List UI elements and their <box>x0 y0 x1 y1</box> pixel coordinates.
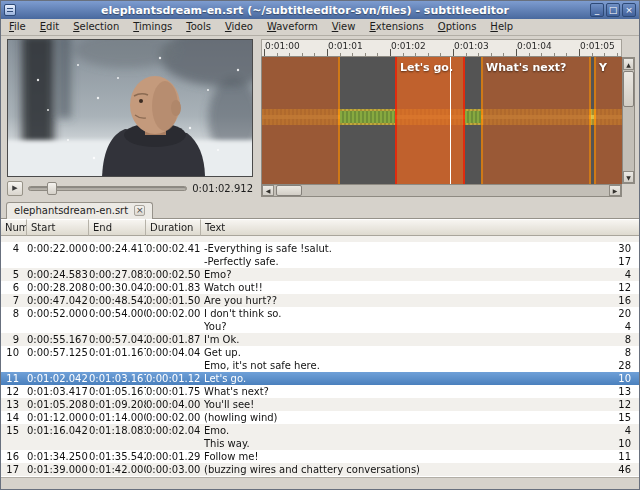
table-row[interactable]: 160:01:34.2500:01:35.5420:00:01.292Follo… <box>1 450 639 463</box>
top-area: ▶ 0:01:02.912 0:01:000:01:010:01:020:01:… <box>1 36 639 199</box>
cell-duration: 0:00:03.000 <box>146 463 201 476</box>
close-button[interactable]: × <box>622 3 636 17</box>
window-title: elephantsdream-en.srt (~/subtitleeditor-… <box>20 4 590 17</box>
cell-start: 0:00:52.000 <box>27 307 89 333</box>
tab-close-icon[interactable]: × <box>134 205 145 216</box>
subtitle-region[interactable] <box>261 57 340 184</box>
column-header-num[interactable]: Num <box>1 219 27 236</box>
table-row[interactable]: 170:01:39.0000:01:42.0000:00:03.000(buzz… <box>1 463 639 476</box>
cell-end: 0:01:03.167 <box>89 372 146 385</box>
table-row[interactable]: 40:00:22.0000:00:24.4170:00:02.417-Every… <box>1 242 639 268</box>
cpl-value: 12 <box>607 398 631 411</box>
column-header-start[interactable]: Start <box>27 219 89 236</box>
menu-help[interactable]: Help <box>483 19 520 35</box>
table-row[interactable]: 80:00:52.0000:00:54.0000:00:02.000I don'… <box>1 307 639 333</box>
cell-chars-per-line: 204 <box>607 307 639 333</box>
cpl-value: 28 <box>607 359 631 372</box>
seek-handle[interactable] <box>47 182 57 195</box>
cell-duration: 0:00:01.875 <box>146 333 201 346</box>
maximize-button[interactable]: □ <box>606 3 620 17</box>
cell-end: 0:01:01.167 <box>89 346 146 372</box>
scroll-down-icon[interactable]: ▼ <box>623 171 634 183</box>
cell-text: You'll see! <box>201 398 607 411</box>
cell-num: 16 <box>1 450 27 463</box>
play-button[interactable]: ▶ <box>7 181 23 196</box>
cell-chars-per-line: 11 <box>607 450 639 463</box>
cell-num: 5 <box>1 268 27 281</box>
titlebar[interactable]: elephantsdream-en.srt (~/subtitleeditor-… <box>1 1 639 19</box>
hscroll-trough[interactable] <box>274 185 609 196</box>
subtitle-region-label: Let's go. <box>400 61 453 74</box>
subtitle-line: I'm Ok. <box>204 333 607 346</box>
menu-tools[interactable]: Tools <box>179 19 218 35</box>
cell-text: Get up.Emo, it's not safe here. <box>201 346 607 372</box>
subtitle-line: What's next? <box>204 385 607 398</box>
ruler-tick-label: 0:01:02 <box>391 41 426 51</box>
table-row[interactable]: 90:00:55.1670:00:57.0420:00:01.875I'm Ok… <box>1 333 639 346</box>
app-window: elephantsdream-en.srt (~/subtitleeditor-… <box>0 0 640 490</box>
column-header-text[interactable]: Text <box>201 219 639 236</box>
cpl-value: 4 <box>607 320 631 333</box>
menu-view[interactable]: View <box>325 19 363 35</box>
cell-start: 0:00:24.583 <box>27 268 89 281</box>
cell-num: 7 <box>1 294 27 307</box>
subtitle-region[interactable] <box>481 57 591 184</box>
tab-elephantsdream-en-srt[interactable]: elephantsdream-en.srt × <box>6 202 153 219</box>
cell-duration: 0:00:02.500 <box>146 268 201 281</box>
menu-waveform[interactable]: Waveform <box>260 19 325 35</box>
menu-edit[interactable]: Edit <box>33 19 66 35</box>
cell-end: 0:01:05.167 <box>89 385 146 398</box>
cell-end: 0:01:09.208 <box>89 398 146 411</box>
cell-start: 0:01:03.417 <box>27 385 89 398</box>
column-header-duration[interactable]: Duration <box>146 219 201 236</box>
scroll-left-icon[interactable]: ◀ <box>262 185 274 196</box>
scroll-right-icon[interactable]: ▶ <box>609 185 621 196</box>
table-row[interactable]: 50:00:24.5830:00:27.0830:00:02.500Emo?4 <box>1 268 639 281</box>
vscroll-trough[interactable] <box>623 70 634 171</box>
table-row[interactable]: 120:01:03.4170:01:05.1670:00:01.750What'… <box>1 385 639 398</box>
playhead-line[interactable] <box>450 57 451 184</box>
column-header-end[interactable]: End <box>89 219 146 236</box>
subtitle-line: Emo? <box>204 268 607 281</box>
minimize-button[interactable]: _ <box>590 3 604 17</box>
waveform-ruler[interactable]: 0:01:000:01:010:01:020:01:030:01:040:01:… <box>261 39 622 57</box>
table-row[interactable]: 140:01:12.0000:01:14.0000:00:02.000(howl… <box>1 411 639 424</box>
menu-extensions[interactable]: Extensions <box>362 19 430 35</box>
cell-start: 0:01:39.000 <box>27 463 89 476</box>
menu-file[interactable]: File <box>2 19 33 35</box>
cell-text: Are you hurt?? <box>201 294 607 307</box>
vscroll-thumb[interactable] <box>623 71 634 107</box>
cell-text: -Everything is safe !salut.-Perfectly sa… <box>201 242 607 268</box>
hscroll-thumb[interactable] <box>276 185 302 196</box>
cell-duration: 0:00:02.041 <box>146 424 201 450</box>
cell-num: 13 <box>1 398 27 411</box>
cpl-value: 15 <box>607 411 631 424</box>
play-icon: ▶ <box>12 184 17 192</box>
cpl-value: 4 <box>607 424 631 437</box>
video-still-image <box>8 40 253 177</box>
table-row[interactable]: 110:01:02.0420:01:03.1670:00:01.125Let's… <box>1 372 639 385</box>
waveform-hscrollbar[interactable]: ◀ ▶ <box>261 184 622 197</box>
app-icon <box>4 4 16 16</box>
table-body: 40:00:22.0000:00:24.4170:00:02.417-Every… <box>1 236 639 477</box>
table-row[interactable]: 130:01:05.2080:01:09.2080:00:04.000You'l… <box>1 398 639 411</box>
menu-timings[interactable]: Timings <box>126 19 179 35</box>
menu-options[interactable]: Options <box>431 19 484 35</box>
cell-start: 0:00:47.042 <box>27 294 89 307</box>
subtitle-region[interactable] <box>594 57 622 184</box>
table-row[interactable]: 70:00:47.0420:00:48.5420:00:01.500Are yo… <box>1 294 639 307</box>
menu-selection[interactable]: Selection <box>66 19 126 35</box>
table-row[interactable]: 60:00:28.2080:00:30.0420:00:01.834Watch … <box>1 281 639 294</box>
menu-video[interactable]: Video <box>218 19 260 35</box>
seek-slider[interactable] <box>28 181 187 196</box>
cell-start: 0:00:22.000 <box>27 242 89 268</box>
cell-end: 0:00:24.417 <box>89 242 146 268</box>
table-row[interactable]: 100:00:57.1250:01:01.1670:00:04.042Get u… <box>1 346 639 372</box>
cell-chars-per-line: 3017 <box>607 242 639 268</box>
scroll-up-icon[interactable]: ▲ <box>623 58 634 70</box>
waveform-canvas[interactable]: Let's go.What's next?Y <box>261 57 622 184</box>
cell-start: 0:01:12.000 <box>27 411 89 424</box>
table-row[interactable]: 150:01:16.0420:01:18.0830:00:02.041Emo.T… <box>1 424 639 450</box>
waveform-vscrollbar[interactable]: ▲ ▼ <box>622 57 635 184</box>
subtitle-region-selected[interactable] <box>395 57 465 184</box>
